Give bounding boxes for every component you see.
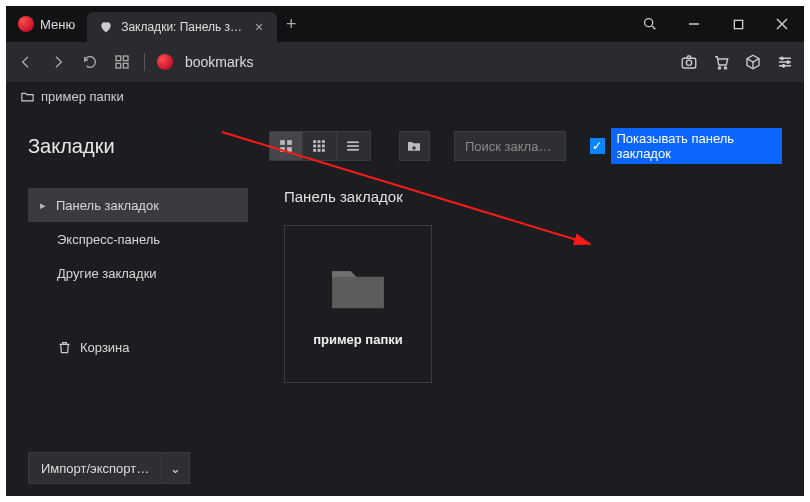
view-mode-group <box>269 131 371 161</box>
search-input[interactable]: Поиск закла… <box>454 131 566 161</box>
search-placeholder: Поиск закла… <box>465 139 551 154</box>
minimize-button[interactable] <box>672 6 716 42</box>
bookmark-bar: пример папки <box>6 82 804 110</box>
heart-icon <box>99 20 113 34</box>
svg-rect-35 <box>347 149 359 151</box>
page-title: Закладки <box>28 135 115 158</box>
svg-point-12 <box>718 67 720 69</box>
forward-button[interactable] <box>48 52 68 72</box>
large-tiles-icon <box>279 139 293 153</box>
svg-rect-37 <box>412 147 416 148</box>
svg-point-11 <box>686 60 691 65</box>
svg-rect-26 <box>322 140 325 143</box>
list-icon <box>346 139 360 153</box>
divider <box>144 53 145 71</box>
svg-rect-8 <box>116 63 121 68</box>
svg-rect-20 <box>280 140 285 145</box>
maximize-button[interactable] <box>716 6 760 42</box>
tab-close-button[interactable]: × <box>251 19 267 35</box>
opera-url-icon <box>157 54 173 70</box>
back-button[interactable] <box>16 52 36 72</box>
svg-rect-23 <box>287 147 292 152</box>
sidebar-item-label: Панель закладок <box>56 198 159 213</box>
folder-large-icon <box>328 262 388 312</box>
add-folder-icon <box>406 138 422 154</box>
sidebar-item-label: Корзина <box>80 340 130 355</box>
svg-rect-24 <box>313 140 316 143</box>
checkbox-checked-icon: ✓ <box>590 138 605 154</box>
import-export-label: Импорт/экспорт… <box>41 461 149 476</box>
checkbox-label: Показывать панель закладок <box>611 128 782 164</box>
menu-button[interactable]: Меню <box>6 6 87 42</box>
maximize-icon <box>733 19 744 30</box>
sidebar-item-trash[interactable]: Корзина <box>28 330 248 364</box>
svg-rect-34 <box>347 145 359 147</box>
svg-point-17 <box>781 57 783 59</box>
search-tabs-button[interactable] <box>628 6 672 42</box>
chevron-down-icon: ⌄ <box>170 461 181 476</box>
bookmark-bar-item[interactable]: пример папки <box>41 89 124 104</box>
svg-point-18 <box>787 61 789 63</box>
svg-rect-30 <box>313 149 316 152</box>
sidebar: Панель закладок Экспресс-панель Другие з… <box>28 188 248 484</box>
search-icon <box>642 16 658 32</box>
shopping-cart-icon[interactable] <box>712 53 730 71</box>
speed-dial-button[interactable] <box>112 52 132 72</box>
titlebar: Меню Закладки: Панель закладок × + <box>6 6 804 42</box>
chevron-right-icon <box>50 54 66 70</box>
grid-icon <box>114 54 130 70</box>
svg-rect-3 <box>734 20 742 28</box>
bookmark-folder-card[interactable]: пример папки <box>284 225 432 383</box>
sidebar-item-label: Экспресс-панель <box>57 232 160 247</box>
svg-point-13 <box>724 67 726 69</box>
import-export-button[interactable]: Импорт/экспорт… <box>28 452 162 484</box>
svg-rect-32 <box>322 149 325 152</box>
svg-rect-27 <box>313 145 316 148</box>
trash-icon <box>57 340 72 355</box>
small-tiles-icon <box>312 139 326 153</box>
chevron-left-icon <box>18 54 34 70</box>
svg-rect-22 <box>280 147 285 152</box>
close-icon <box>776 18 788 30</box>
sidebar-item-speed-dial[interactable]: Экспресс-панель <box>28 222 248 256</box>
svg-rect-33 <box>347 141 359 143</box>
browser-tab[interactable]: Закладки: Панель закладок × <box>87 12 277 42</box>
svg-rect-28 <box>318 145 321 148</box>
minimize-icon <box>688 18 700 30</box>
opera-logo-icon <box>18 16 34 32</box>
url-text[interactable]: bookmarks <box>185 54 253 70</box>
import-export-group: Импорт/экспорт… ⌄ <box>28 452 248 484</box>
new-tab-button[interactable]: + <box>277 14 305 35</box>
sidebar-item-label: Другие закладки <box>57 266 157 281</box>
reload-icon <box>82 54 98 70</box>
import-export-dropdown-button[interactable]: ⌄ <box>162 452 190 484</box>
cube-icon[interactable] <box>744 53 762 71</box>
address-bar: bookmarks <box>6 42 804 82</box>
show-bookmarks-bar-checkbox[interactable]: ✓ Показывать панель закладок <box>590 128 782 164</box>
menu-label: Меню <box>40 17 75 32</box>
svg-rect-7 <box>123 56 128 61</box>
svg-rect-25 <box>318 140 321 143</box>
folder-label: пример папки <box>313 332 403 347</box>
sidebar-item-bookmarks-bar[interactable]: Панель закладок <box>28 188 248 222</box>
tab-title: Закладки: Панель закладок <box>121 20 243 34</box>
svg-point-19 <box>782 65 784 67</box>
svg-point-0 <box>645 19 653 27</box>
folder-icon <box>20 89 35 104</box>
reload-button[interactable] <box>80 52 100 72</box>
section-title: Панель закладок <box>284 188 782 205</box>
svg-rect-21 <box>287 140 292 145</box>
view-list-button[interactable] <box>337 131 371 161</box>
close-window-button[interactable] <box>760 6 804 42</box>
add-folder-button[interactable] <box>399 131 430 161</box>
svg-rect-6 <box>116 56 121 61</box>
main-area: Панель закладок пример папки <box>248 188 782 484</box>
page-content: Закладки Поиск закла… ✓ Показыв <box>6 110 804 496</box>
easy-setup-icon[interactable] <box>776 53 794 71</box>
svg-line-1 <box>652 26 655 29</box>
svg-rect-31 <box>318 149 321 152</box>
view-large-tiles-button[interactable] <box>269 131 303 161</box>
sidebar-item-other-bookmarks[interactable]: Другие закладки <box>28 256 248 290</box>
snapshot-icon[interactable] <box>680 53 698 71</box>
view-small-tiles-button[interactable] <box>303 131 337 161</box>
